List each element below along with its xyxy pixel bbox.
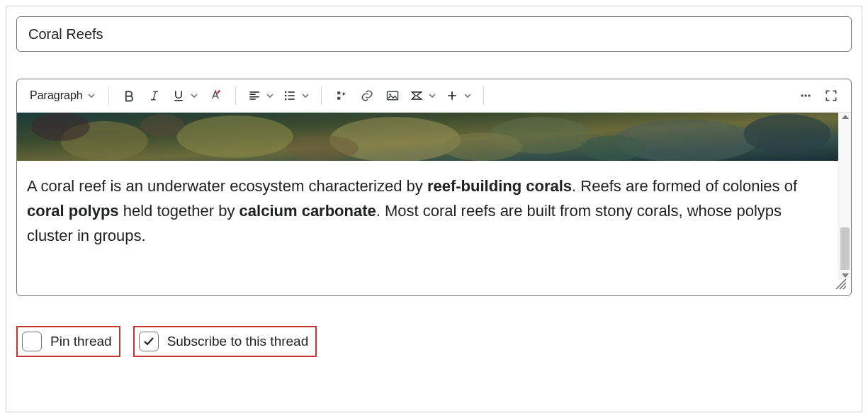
align-dropdown[interactable] — [243, 85, 278, 106]
thread-editor-panel: Paragraph — [6, 6, 862, 412]
subscribe-thread-label: Subscribe to this thread — [167, 334, 309, 349]
chevron-down-icon — [87, 91, 96, 100]
svg-point-0 — [285, 91, 287, 94]
editor-body-text[interactable]: A coral reef is an underwater ecosystem … — [17, 161, 838, 256]
toolbar-divider — [321, 86, 322, 105]
scroll-thumb[interactable] — [840, 227, 850, 270]
chevron-down-icon — [301, 91, 310, 100]
fullscreen-button[interactable] — [818, 85, 844, 106]
paragraph-style-label: Paragraph — [30, 89, 83, 102]
pin-thread-checkbox[interactable] — [22, 332, 42, 351]
svg-point-1 — [285, 95, 287, 97]
svg-point-10 — [177, 115, 293, 158]
insert-link-button[interactable] — [354, 85, 380, 106]
svg-point-7 — [808, 94, 810, 96]
svg-point-19 — [580, 135, 646, 161]
editor-toolbar: Paragraph — [17, 79, 851, 113]
vertical-scrollbar[interactable] — [838, 113, 851, 280]
svg-point-18 — [442, 132, 522, 161]
thread-options-row: Pin thread Subscribe to this thread — [16, 326, 852, 357]
inserted-image — [17, 113, 838, 161]
toolbar-divider — [235, 86, 236, 105]
svg-rect-3 — [387, 91, 398, 100]
svg-point-5 — [801, 94, 803, 96]
svg-point-6 — [804, 94, 806, 96]
chevron-down-icon — [190, 91, 198, 100]
insert-image-button[interactable] — [380, 85, 405, 106]
subscribe-thread-option: Subscribe to this thread — [133, 326, 317, 357]
more-actions-button[interactable] — [793, 85, 818, 106]
chevron-down-icon — [266, 91, 274, 100]
insert-stuff-button[interactable] — [329, 85, 354, 106]
underline-button[interactable] — [167, 85, 203, 106]
bold-button[interactable] — [116, 85, 142, 106]
rich-text-editor: Paragraph — [16, 79, 852, 296]
svg-point-2 — [285, 98, 287, 101]
italic-button[interactable] — [142, 85, 167, 106]
font-color-button[interactable] — [203, 85, 228, 106]
list-dropdown[interactable] — [278, 85, 314, 106]
resize-handle-icon[interactable] — [834, 277, 847, 293]
scroll-track[interactable] — [839, 121, 851, 271]
svg-point-16 — [140, 114, 184, 137]
pin-thread-option: Pin thread — [16, 326, 120, 357]
chevron-down-icon — [428, 91, 436, 100]
insert-more-dropdown[interactable] — [441, 85, 476, 106]
thread-title-input[interactable] — [16, 16, 852, 52]
svg-point-15 — [32, 113, 90, 141]
paragraph-style-dropdown[interactable]: Paragraph — [24, 85, 101, 106]
insert-equation-button[interactable] — [405, 85, 441, 106]
svg-point-17 — [286, 135, 359, 161]
chevron-down-icon — [463, 91, 472, 100]
scroll-up-arrow[interactable] — [842, 115, 849, 119]
pin-thread-label: Pin thread — [50, 334, 112, 349]
editor-content-area[interactable]: A coral reef is an underwater ecosystem … — [17, 113, 851, 280]
toolbar-divider — [483, 86, 484, 105]
toolbar-divider — [108, 86, 109, 105]
subscribe-thread-checkbox[interactable] — [139, 332, 159, 351]
editor-content-scroll[interactable]: A coral reef is an underwater ecosystem … — [17, 113, 838, 280]
svg-point-14 — [744, 114, 831, 154]
